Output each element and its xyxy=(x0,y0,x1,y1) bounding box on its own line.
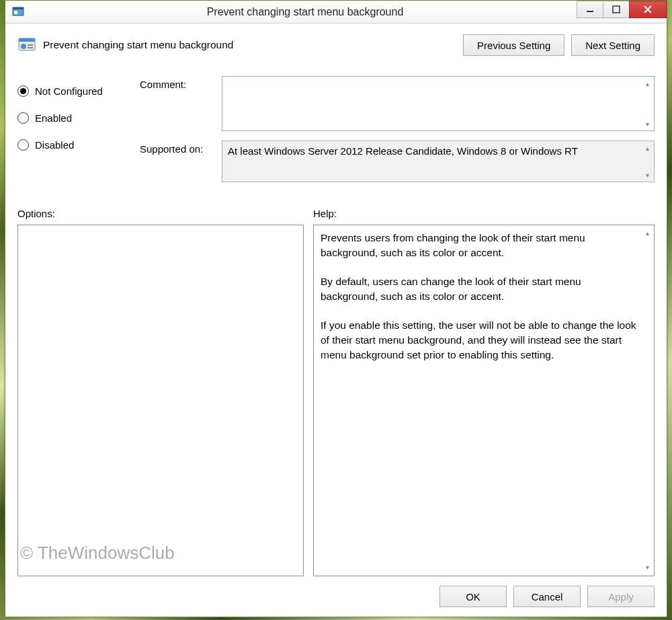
maximize-button[interactable] xyxy=(603,1,630,18)
pane-labels: Options: Help: xyxy=(17,208,655,219)
nav-buttons: Previous Setting Next Setting xyxy=(463,34,655,56)
window-controls xyxy=(577,1,667,18)
next-setting-button[interactable]: Next Setting xyxy=(571,34,655,56)
window-title: Prevent changing start menu background xyxy=(0,6,667,18)
close-button[interactable] xyxy=(629,1,667,18)
scroll-up-icon: ▴ xyxy=(640,141,654,155)
apply-button[interactable]: Apply xyxy=(587,586,655,607)
supported-value: At least Windows Server 2012 Release Can… xyxy=(228,145,578,157)
radio-icon xyxy=(17,85,29,97)
comment-label: Comment: xyxy=(140,76,222,131)
radio-label: Disabled xyxy=(35,139,74,151)
help-label: Help: xyxy=(313,208,337,219)
options-pane xyxy=(17,225,304,576)
radio-icon xyxy=(17,139,29,151)
ok-button[interactable]: OK xyxy=(439,586,507,607)
svg-rect-3 xyxy=(587,11,593,12)
radio-not-configured[interactable]: Not Configured xyxy=(17,77,140,104)
svg-point-7 xyxy=(21,44,26,49)
config-area: Not Configured Enabled Disabled Comment: xyxy=(17,76,655,192)
help-scrollbar[interactable]: ▴ ▾ xyxy=(640,227,653,574)
help-pane: Prevents users from changing the look of… xyxy=(313,225,655,576)
radio-enabled[interactable]: Enabled xyxy=(17,104,140,131)
svg-rect-4 xyxy=(613,6,620,13)
supported-label: Supported on: xyxy=(140,141,222,182)
dialog-window: Prevent changing start menu background xyxy=(5,0,667,617)
comment-row: Comment: ▴ ▾ xyxy=(140,76,655,131)
supported-row: Supported on: At least Windows Server 20… xyxy=(140,141,655,182)
radio-icon xyxy=(17,112,29,124)
help-text: Prevents users from changing the look of… xyxy=(321,232,639,360)
footer: OK Cancel Apply xyxy=(17,586,655,607)
policy-title: Prevent changing start menu background xyxy=(43,39,463,51)
scroll-up-icon: ▴ xyxy=(640,77,654,90)
minimize-button[interactable] xyxy=(577,1,603,18)
scroll-down-icon: ▾ xyxy=(640,117,654,130)
svg-rect-6 xyxy=(19,38,35,42)
previous-setting-button[interactable]: Previous Setting xyxy=(463,34,564,56)
radio-disabled[interactable]: Disabled xyxy=(17,131,140,158)
supported-scrollbar[interactable]: ▴ ▾ xyxy=(640,141,654,182)
radio-label: Not Configured xyxy=(35,85,103,97)
client-area: Prevent changing start menu background P… xyxy=(5,24,667,617)
svg-rect-9 xyxy=(28,47,33,48)
comment-input[interactable]: ▴ ▾ xyxy=(222,76,655,131)
scroll-down-icon: ▾ xyxy=(640,561,654,574)
scroll-down-icon: ▾ xyxy=(640,168,654,182)
scroll-up-icon: ▴ xyxy=(640,227,654,240)
radio-label: Enabled xyxy=(35,112,72,124)
comment-scrollbar[interactable]: ▴ ▾ xyxy=(640,77,654,130)
options-label: Options: xyxy=(17,208,313,219)
titlebar: Prevent changing start menu background xyxy=(5,1,667,24)
radio-group: Not Configured Enabled Disabled xyxy=(17,76,140,192)
panes-row: Prevents users from changing the look of… xyxy=(17,225,655,576)
policy-icon xyxy=(17,36,36,54)
cancel-button[interactable]: Cancel xyxy=(513,586,581,607)
svg-rect-8 xyxy=(28,44,33,46)
supported-display: At least Windows Server 2012 Release Can… xyxy=(222,141,655,182)
fields-column: Comment: ▴ ▾ Supported on: At least Wind… xyxy=(140,76,655,192)
header-row: Prevent changing start menu background P… xyxy=(17,34,655,56)
